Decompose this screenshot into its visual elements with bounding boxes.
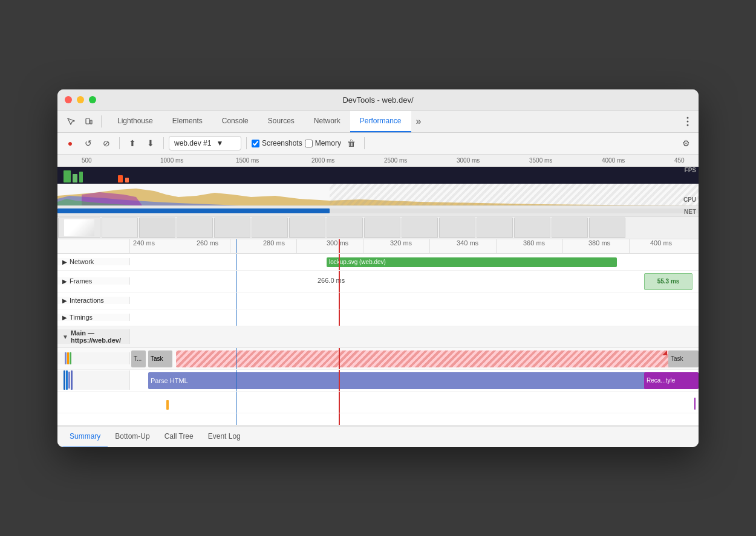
parse-html-blue-line <box>236 370 236 391</box>
fps-label: FPS <box>685 167 696 173</box>
controls-sep-2 <box>163 137 164 149</box>
bottom-tab-call-tree[interactable]: Call Tree <box>157 426 201 447</box>
tab-network[interactable]: Network <box>304 111 350 132</box>
network-bar-label: lockup.svg (web.dev) <box>329 259 386 265</box>
detail-yellow-bar <box>166 400 169 410</box>
main-time-280: 280 ms <box>263 239 285 247</box>
interactions-row-content <box>130 292 699 309</box>
parse-html-red-line <box>339 370 340 391</box>
task-label: Task <box>151 355 163 362</box>
close-button[interactable] <box>65 96 72 103</box>
maximize-button[interactable] <box>89 96 96 103</box>
screenshots-checkbox[interactable] <box>252 140 259 147</box>
settings-button[interactable]: ⚙ <box>678 135 694 151</box>
task-striped-bar <box>176 350 678 367</box>
recalc-bar: Reca...tyle <box>644 372 699 389</box>
timings-expand-icon[interactable]: ▶ <box>62 314 67 321</box>
controls-sep-3 <box>246 137 247 149</box>
task-right-bar: Task <box>668 350 699 367</box>
time-marker-1500: 1500 ms <box>236 157 259 164</box>
task-label-bar: Task <box>148 350 172 367</box>
main-time-300: 300 ms <box>327 239 348 247</box>
task-row: T... Task Task <box>57 348 699 370</box>
network-row-content: lockup.svg (web.dev) <box>130 254 699 270</box>
record-button[interactable]: ● <box>62 135 78 151</box>
tab-elements[interactable]: Elements <box>163 111 212 132</box>
task-short-bar: T... <box>131 350 146 367</box>
interactions-label: Interactions <box>70 297 104 304</box>
download-button[interactable]: ⬇ <box>143 135 158 151</box>
upload-button[interactable]: ⬆ <box>125 135 140 151</box>
screenshot-thumb-10 <box>402 218 438 238</box>
screenshot-thumb-6 <box>252 218 288 238</box>
tab-console[interactable]: Console <box>212 111 258 132</box>
svg-rect-1 <box>90 120 92 124</box>
devtools-menu-button[interactable] <box>682 111 694 132</box>
time-marker-450: 450 <box>674 157 685 164</box>
main-time-360: 360 ms <box>523 239 545 247</box>
screenshot-thumb-9 <box>364 218 400 238</box>
screenshot-thumb-2 <box>102 218 138 238</box>
url-dropdown-icon: ▼ <box>216 139 223 147</box>
main-row-label[interactable]: ▼ Main — https://web.dev/ <box>57 329 130 344</box>
timings-row-label[interactable]: ▶ Timings <box>57 314 130 321</box>
timings-blue-line <box>236 309 236 326</box>
main-collapse-icon[interactable]: ▼ <box>62 334 68 340</box>
reload-record-button[interactable]: ↺ <box>80 135 96 151</box>
parse-html-label: Parse HTML <box>151 377 188 384</box>
inspect-element-button[interactable] <box>62 113 79 130</box>
interactions-timeline-row: ▶ Interactions <box>57 292 699 309</box>
bottom-tab-summary[interactable]: Summary <box>62 426 108 447</box>
frames-label: Frames <box>70 277 92 285</box>
detail-red-line <box>339 392 340 413</box>
clear-recordings-button[interactable]: 🗑 <box>344 135 359 151</box>
frames-row-label[interactable]: ▶ Frames <box>57 277 130 285</box>
memory-checkbox-group: Memory <box>305 139 341 147</box>
empty-space <box>57 413 699 425</box>
task-row-label <box>57 352 130 364</box>
network-expand-icon[interactable]: ▶ <box>62 259 67 265</box>
controls-sep-4 <box>364 137 365 149</box>
controls-sep-1 <box>119 137 120 149</box>
bottom-tab-bottom-up[interactable]: Bottom-Up <box>108 426 157 447</box>
detail-blue-line <box>236 392 236 413</box>
bottom-tab-event-log[interactable]: Event Log <box>201 426 248 447</box>
interactions-row-label[interactable]: ▶ Interactions <box>57 297 130 304</box>
main-timeline-area: 240 ms 260 ms 280 ms 300 ms 320 ms 340 m… <box>57 239 699 425</box>
time-marker-2500: 2500 ms <box>384 157 407 164</box>
empty-blue-line <box>236 413 236 425</box>
memory-checkbox[interactable] <box>305 140 313 147</box>
screenshot-thumb-3 <box>139 218 175 238</box>
tabs-container: Lighthouse Elements Console Sources Netw… <box>105 111 680 132</box>
svg-point-2 <box>687 117 689 119</box>
interactions-expand-icon[interactable]: ▶ <box>62 297 67 304</box>
tab-performance[interactable]: Performance <box>350 111 411 132</box>
clear-button[interactable]: ⊘ <box>99 135 114 151</box>
device-toggle-button[interactable] <box>80 113 97 130</box>
main-label: Main — https://web.dev/ <box>71 329 125 344</box>
more-tabs-button[interactable]: » <box>411 111 426 132</box>
minimize-button[interactable] <box>77 96 84 103</box>
net-label: NET <box>684 208 696 215</box>
main-time-380: 380 ms <box>588 239 610 247</box>
task-red-triangle <box>662 350 667 355</box>
time-marker-4000: 4000 ms <box>602 157 625 164</box>
screenshot-thumb-13 <box>514 218 550 238</box>
cpu-hatch <box>330 184 699 205</box>
traffic-lights <box>65 96 96 103</box>
frames-expand-icon[interactable]: ▶ <box>62 278 67 285</box>
window-title: DevTools - web.dev/ <box>342 95 413 105</box>
performance-controls: ● ↺ ⊘ ⬆ ⬇ web.dev #1 ▼ Screenshots Memor… <box>57 133 699 155</box>
screenshot-thumb-1 <box>58 218 100 238</box>
tab-lighthouse[interactable]: Lighthouse <box>108 111 163 132</box>
url-selector[interactable]: web.dev #1 ▼ <box>169 136 241 150</box>
interactions-blue-line <box>236 292 236 309</box>
tab-sources[interactable]: Sources <box>258 111 304 132</box>
time-marker-500: 500 <box>82 157 92 164</box>
svg-point-4 <box>687 124 689 126</box>
frames-red-line <box>339 271 340 292</box>
screenshot-thumb-11 <box>439 218 475 238</box>
time-marker-3000: 3000 ms <box>457 157 480 164</box>
network-row-label[interactable]: ▶ Network <box>57 258 130 265</box>
parse-html-bar: Parse HTML <box>148 372 674 389</box>
